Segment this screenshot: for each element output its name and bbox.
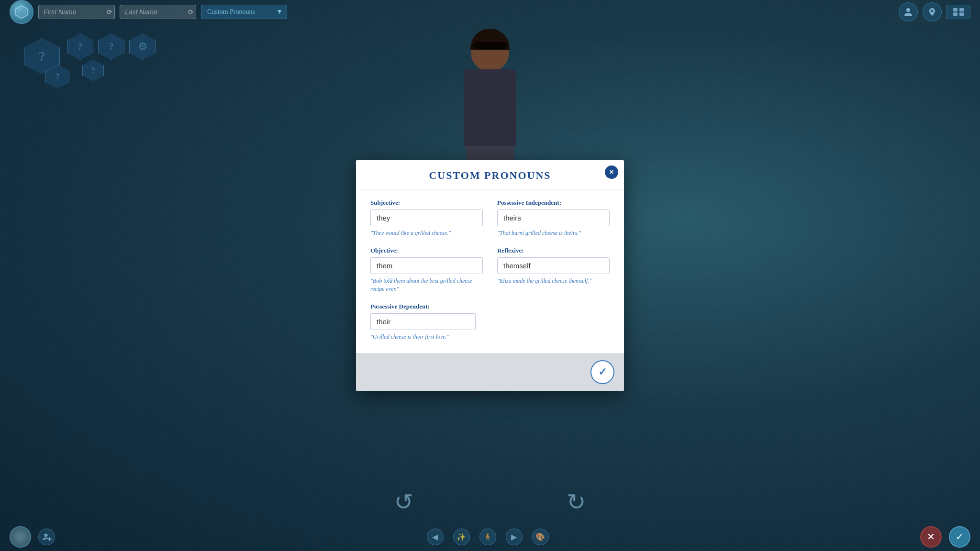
modal-confirm-button[interactable]: ✓ <box>590 360 614 384</box>
subjective-input[interactable] <box>370 209 483 226</box>
possessive-independent-label: Possessive Independent: <box>497 199 610 207</box>
checkmark-icon: ✓ <box>598 366 607 378</box>
modal-close-button[interactable]: × <box>605 165 618 179</box>
modal-footer: ✓ <box>356 353 624 391</box>
reflexive-example: "Eliza made the grilled cheese themself.… <box>497 277 610 285</box>
modal-overlay: Custom Pronouns × Subjective: "They woul… <box>0 0 980 551</box>
objective-input[interactable] <box>370 257 483 274</box>
custom-pronouns-modal: Custom Pronouns × Subjective: "They woul… <box>356 160 624 391</box>
objective-example: "Bob told them about the best grilled ch… <box>370 277 483 293</box>
objective-field-group: Objective: "Bob told them about the best… <box>370 247 483 293</box>
reflexive-input[interactable] <box>497 257 610 274</box>
objective-label: Objective: <box>370 247 483 254</box>
possessive-dependent-example: "Grilled cheese is their first love." <box>370 333 483 341</box>
subjective-example: "They would like a grilled cheese." <box>370 229 483 237</box>
subjective-field-group: Subjective: "They would like a grilled c… <box>370 199 483 237</box>
possessive-dependent-label: Possessive Dependent: <box>370 303 483 310</box>
possessive-independent-example: "That burnt grilled cheese is theirs." <box>497 229 610 237</box>
subjective-label: Subjective: <box>370 199 483 207</box>
reflexive-field-group: Reflexive: "Eliza made the grilled chees… <box>497 247 610 293</box>
reflexive-label: Reflexive: <box>497 247 610 254</box>
modal-body: Subjective: "They would like a grilled c… <box>356 189 624 353</box>
possessive-independent-field-group: Possessive Independent: "That burnt gril… <box>497 199 610 237</box>
modal-title: Custom Pronouns <box>370 169 610 182</box>
possessive-independent-input[interactable] <box>497 209 610 226</box>
possessive-dependent-input[interactable] <box>370 313 476 330</box>
modal-header: Custom Pronouns × <box>356 160 624 189</box>
possessive-dependent-field-group: Possessive Dependent: "Grilled cheese is… <box>370 303 483 341</box>
